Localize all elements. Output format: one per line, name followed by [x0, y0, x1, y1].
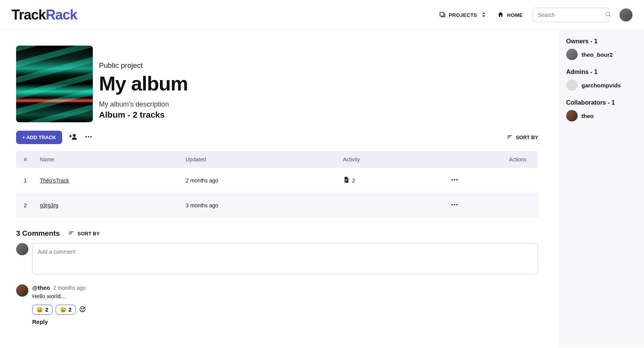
reaction-emoji: 😄 [60, 307, 66, 313]
logo-part-2: Rack [46, 7, 77, 23]
user-avatar-icon [566, 79, 578, 91]
track-number: 1 [16, 168, 35, 193]
add-collaborator-button[interactable] [69, 133, 77, 142]
more-options-button[interactable] [84, 133, 93, 142]
svg-rect-8 [345, 181, 347, 181]
nav-projects[interactable]: PROJECTS [439, 11, 487, 19]
nav-home-label: HOME [507, 12, 523, 18]
search-input[interactable] [538, 12, 605, 18]
svg-point-4 [88, 136, 89, 138]
reaction-count: 2 [69, 307, 72, 313]
add-reaction-button[interactable] [79, 306, 86, 314]
project-subtitle: Album - 2 tracks [99, 110, 188, 120]
current-user-avatar[interactable] [16, 243, 28, 255]
table-row[interactable]: 1 Théo'sTrack 2 months ago 2 [16, 168, 538, 193]
track-link[interactable]: g3rg3rg [40, 202, 58, 208]
logo-part-1: Track [12, 7, 46, 23]
col-header-updated: Updated [181, 151, 338, 168]
project-description: My album's description [99, 100, 188, 108]
logo[interactable]: TrackRack [12, 7, 77, 23]
add-track-button[interactable]: + ADD TRACK [16, 131, 62, 144]
ellipsis-icon [450, 176, 459, 185]
svg-rect-0 [440, 12, 444, 16]
collaborator-user[interactable]: theo [566, 110, 638, 121]
collaborator-name: theo [581, 113, 594, 119]
project-toolbar: + ADD TRACK SORT BY [16, 131, 538, 144]
track-activity [338, 193, 446, 218]
reaction-button[interactable]: 😄 2 [56, 305, 76, 315]
row-actions-button[interactable] [450, 200, 459, 210]
main-content: Public project My album My album's descr… [0, 30, 560, 347]
user-avatar-icon [566, 110, 578, 121]
owners-title: Owners - 1 [566, 38, 638, 45]
reply-button[interactable]: Reply [32, 318, 86, 325]
comment-text: Hello world... [32, 293, 86, 299]
chevron-updown-icon [480, 11, 487, 19]
person-add-icon [69, 133, 77, 142]
svg-point-11 [456, 179, 458, 181]
sort-comments-button[interactable]: SORT BY [68, 230, 100, 237]
reaction-count: 2 [45, 307, 48, 313]
top-nav: TrackRack PROJECTS HOME [0, 0, 644, 30]
sort-comments-label: SORT BY [77, 231, 100, 236]
sort-tracks-label: SORT BY [516, 135, 538, 140]
comment-reactions: 😀 2 😄 2 [32, 305, 86, 315]
col-header-number: # [16, 151, 35, 168]
track-updated: 3 months ago [181, 193, 338, 218]
admin-name: garchompvids [581, 82, 621, 89]
table-row[interactable]: 2 g3rg3rg 3 months ago [16, 193, 538, 218]
svg-point-13 [454, 204, 455, 205]
search-icon [605, 11, 611, 19]
sort-icon [507, 134, 513, 141]
svg-point-15 [80, 307, 85, 312]
comments-header: 3 Comments SORT BY [16, 229, 538, 238]
nav-projects-label: PROJECTS [449, 12, 477, 18]
admin-user[interactable]: garchompvids [566, 79, 638, 91]
reaction-button[interactable]: 😀 2 [32, 305, 53, 315]
admins-title: Admins - 1 [566, 69, 638, 76]
svg-rect-6 [345, 179, 348, 180]
comment-input[interactable] [32, 243, 538, 274]
track-updated: 2 months ago [181, 168, 338, 193]
svg-point-3 [86, 136, 87, 138]
svg-point-16 [81, 308, 82, 309]
reaction-emoji: 😀 [36, 307, 43, 313]
user-avatar[interactable] [619, 8, 632, 21]
file-icon [343, 176, 350, 184]
row-actions-button[interactable] [450, 176, 459, 185]
col-header-name: Name [35, 151, 181, 168]
track-activity: 2 [343, 176, 441, 184]
col-header-actions: Actions [446, 151, 538, 168]
svg-point-10 [454, 179, 455, 181]
nav-right: PROJECTS HOME [439, 8, 632, 22]
svg-point-14 [456, 204, 458, 205]
track-number: 2 [16, 193, 35, 218]
svg-point-9 [451, 179, 453, 181]
owner-user[interactable]: theo_bour2 [566, 49, 638, 60]
comment-author[interactable]: @theo [32, 284, 50, 291]
svg-point-1 [606, 12, 609, 16]
ellipsis-icon [450, 200, 459, 210]
user-avatar-icon [566, 49, 578, 60]
comment: @theo 2 months ago Hello world... 😀 2 😄 … [16, 284, 538, 325]
project-visibility: Public project [99, 61, 188, 70]
sort-tracks-button[interactable]: SORT BY [507, 134, 538, 141]
project-title: My album [99, 72, 188, 95]
add-emoji-icon [79, 306, 86, 314]
comment-time: 2 months ago [53, 285, 86, 291]
track-link[interactable]: Théo'sTrack [40, 177, 69, 184]
svg-point-5 [91, 136, 92, 138]
search-box[interactable] [533, 8, 609, 22]
ellipsis-icon [84, 133, 93, 142]
comment-author-avatar[interactable] [16, 284, 28, 297]
sort-icon [68, 230, 74, 237]
tracks-table: # Name Updated Activity Actions 1 Théo's… [16, 151, 538, 218]
comment-input-row [16, 243, 538, 274]
owner-name: theo_bour2 [581, 51, 613, 58]
svg-point-2 [73, 134, 76, 137]
nav-home[interactable]: HOME [497, 11, 523, 19]
project-cover[interactable] [16, 46, 93, 122]
comments-title: 3 Comments [16, 229, 60, 238]
activity-count: 2 [352, 177, 355, 184]
svg-point-12 [451, 204, 453, 205]
